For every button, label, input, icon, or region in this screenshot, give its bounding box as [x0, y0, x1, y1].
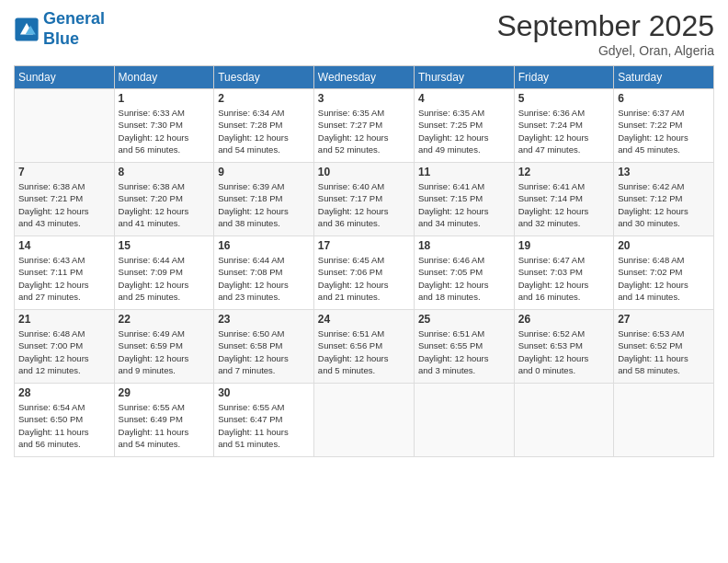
- calendar-table: SundayMondayTuesdayWednesdayThursdayFrid…: [14, 65, 714, 457]
- day-info: Sunrise: 6:33 AM Sunset: 7:30 PM Dayligh…: [119, 107, 210, 155]
- day-number: 9: [218, 166, 310, 178]
- logo-icon: [14, 17, 40, 42]
- calendar-cell: 3Sunrise: 6:35 AM Sunset: 7:27 PM Daylig…: [313, 89, 414, 163]
- calendar-cell: [414, 384, 514, 457]
- day-number: 29: [119, 386, 210, 399]
- day-number: 8: [119, 166, 210, 178]
- day-info: Sunrise: 6:51 AM Sunset: 6:56 PM Dayligh…: [318, 327, 410, 376]
- calendar-cell: [15, 89, 115, 163]
- day-number: 24: [318, 313, 410, 326]
- day-number: 1: [119, 92, 210, 105]
- day-number: 4: [418, 92, 510, 105]
- calendar-cell: [614, 384, 714, 457]
- calendar-cell: 21Sunrise: 6:48 AM Sunset: 7:00 PM Dayli…: [15, 310, 115, 384]
- page-header: General Blue September 2025 Gdyel, Oran,…: [14, 9, 714, 58]
- calendar-cell: 22Sunrise: 6:49 AM Sunset: 6:59 PM Dayli…: [114, 310, 214, 384]
- day-info: Sunrise: 6:34 AM Sunset: 7:28 PM Dayligh…: [218, 107, 310, 155]
- day-info: Sunrise: 6:39 AM Sunset: 7:18 PM Dayligh…: [218, 180, 310, 229]
- weekday-header: Sunday: [15, 66, 115, 89]
- calendar-cell: 13Sunrise: 6:42 AM Sunset: 7:12 PM Dayli…: [614, 163, 714, 236]
- day-info: Sunrise: 6:40 AM Sunset: 7:17 PM Dayligh…: [318, 180, 410, 229]
- day-number: 21: [18, 313, 110, 326]
- calendar-week-row: 14Sunrise: 6:43 AM Sunset: 7:11 PM Dayli…: [15, 236, 714, 310]
- calendar-week-row: 28Sunrise: 6:54 AM Sunset: 6:50 PM Dayli…: [15, 384, 714, 457]
- calendar-cell: 29Sunrise: 6:55 AM Sunset: 6:49 PM Dayli…: [114, 384, 214, 457]
- day-info: Sunrise: 6:48 AM Sunset: 7:00 PM Dayligh…: [18, 327, 110, 376]
- calendar-cell: [514, 384, 613, 457]
- calendar-cell: 6Sunrise: 6:37 AM Sunset: 7:22 PM Daylig…: [614, 89, 714, 163]
- day-number: 27: [618, 313, 710, 326]
- day-number: 28: [18, 386, 110, 399]
- day-info: Sunrise: 6:49 AM Sunset: 6:59 PM Dayligh…: [119, 327, 210, 376]
- day-number: 7: [18, 166, 110, 178]
- calendar-cell: 15Sunrise: 6:44 AM Sunset: 7:09 PM Dayli…: [114, 236, 214, 310]
- day-info: Sunrise: 6:47 AM Sunset: 7:03 PM Dayligh…: [518, 254, 609, 303]
- calendar-cell: 2Sunrise: 6:34 AM Sunset: 7:28 PM Daylig…: [214, 89, 314, 163]
- title-block: September 2025 Gdyel, Oran, Algeria: [496, 9, 714, 58]
- calendar-cell: 28Sunrise: 6:54 AM Sunset: 6:50 PM Dayli…: [15, 384, 115, 457]
- weekday-header: Thursday: [414, 66, 514, 89]
- day-number: 17: [318, 239, 410, 252]
- weekday-header: Tuesday: [214, 66, 314, 89]
- weekday-header: Saturday: [614, 66, 714, 89]
- calendar-cell: 24Sunrise: 6:51 AM Sunset: 6:56 PM Dayli…: [313, 310, 414, 384]
- day-info: Sunrise: 6:52 AM Sunset: 6:53 PM Dayligh…: [518, 327, 609, 376]
- day-number: 30: [218, 386, 310, 399]
- day-info: Sunrise: 6:42 AM Sunset: 7:12 PM Dayligh…: [618, 180, 710, 229]
- calendar-week-row: 1Sunrise: 6:33 AM Sunset: 7:30 PM Daylig…: [15, 89, 714, 163]
- day-number: 10: [318, 166, 410, 178]
- calendar-week-row: 7Sunrise: 6:38 AM Sunset: 7:21 PM Daylig…: [15, 163, 714, 236]
- logo-general: General: [43, 9, 105, 28]
- location-text: Gdyel, Oran, Algeria: [496, 43, 714, 58]
- calendar-cell: 10Sunrise: 6:40 AM Sunset: 7:17 PM Dayli…: [313, 163, 414, 236]
- calendar-cell: 11Sunrise: 6:41 AM Sunset: 7:15 PM Dayli…: [414, 163, 514, 236]
- header-row: SundayMondayTuesdayWednesdayThursdayFrid…: [15, 66, 714, 89]
- calendar-cell: 14Sunrise: 6:43 AM Sunset: 7:11 PM Dayli…: [15, 236, 115, 310]
- calendar-week-row: 21Sunrise: 6:48 AM Sunset: 7:00 PM Dayli…: [15, 310, 714, 384]
- day-number: 26: [518, 313, 609, 326]
- day-number: 13: [618, 166, 710, 178]
- weekday-header: Friday: [514, 66, 613, 89]
- weekday-header: Monday: [114, 66, 214, 89]
- calendar-cell: [313, 384, 414, 457]
- day-number: 18: [418, 239, 510, 252]
- calendar-cell: 7Sunrise: 6:38 AM Sunset: 7:21 PM Daylig…: [15, 163, 115, 236]
- weekday-header: Wednesday: [313, 66, 414, 89]
- day-number: 16: [218, 239, 310, 252]
- calendar-cell: 4Sunrise: 6:35 AM Sunset: 7:25 PM Daylig…: [414, 89, 514, 163]
- calendar-cell: 20Sunrise: 6:48 AM Sunset: 7:02 PM Dayli…: [614, 236, 714, 310]
- day-info: Sunrise: 6:51 AM Sunset: 6:55 PM Dayligh…: [418, 327, 510, 376]
- calendar-cell: 25Sunrise: 6:51 AM Sunset: 6:55 PM Dayli…: [414, 310, 514, 384]
- calendar-cell: 1Sunrise: 6:33 AM Sunset: 7:30 PM Daylig…: [114, 89, 214, 163]
- day-info: Sunrise: 6:44 AM Sunset: 7:08 PM Dayligh…: [218, 254, 310, 303]
- day-info: Sunrise: 6:41 AM Sunset: 7:14 PM Dayligh…: [518, 180, 609, 229]
- logo-blue: Blue: [43, 29, 79, 48]
- calendar-cell: 30Sunrise: 6:55 AM Sunset: 6:47 PM Dayli…: [214, 384, 314, 457]
- day-number: 11: [418, 166, 510, 178]
- day-info: Sunrise: 6:48 AM Sunset: 7:02 PM Dayligh…: [618, 254, 710, 303]
- day-number: 12: [518, 166, 609, 178]
- day-number: 23: [218, 313, 310, 326]
- calendar-cell: 18Sunrise: 6:46 AM Sunset: 7:05 PM Dayli…: [414, 236, 514, 310]
- day-number: 19: [518, 239, 609, 252]
- day-number: 20: [618, 239, 710, 252]
- day-info: Sunrise: 6:38 AM Sunset: 7:21 PM Dayligh…: [18, 180, 110, 229]
- calendar-cell: 12Sunrise: 6:41 AM Sunset: 7:14 PM Dayli…: [514, 163, 613, 236]
- calendar-cell: 17Sunrise: 6:45 AM Sunset: 7:06 PM Dayli…: [313, 236, 414, 310]
- calendar-cell: 19Sunrise: 6:47 AM Sunset: 7:03 PM Dayli…: [514, 236, 613, 310]
- day-number: 5: [518, 92, 609, 105]
- day-info: Sunrise: 6:43 AM Sunset: 7:11 PM Dayligh…: [18, 254, 110, 303]
- day-info: Sunrise: 6:38 AM Sunset: 7:20 PM Dayligh…: [119, 180, 210, 229]
- day-info: Sunrise: 6:45 AM Sunset: 7:06 PM Dayligh…: [318, 254, 410, 303]
- day-info: Sunrise: 6:54 AM Sunset: 6:50 PM Dayligh…: [18, 401, 110, 450]
- day-info: Sunrise: 6:35 AM Sunset: 7:25 PM Dayligh…: [418, 107, 510, 155]
- day-info: Sunrise: 6:36 AM Sunset: 7:24 PM Dayligh…: [518, 107, 609, 155]
- logo-text: General Blue: [43, 9, 105, 49]
- day-info: Sunrise: 6:55 AM Sunset: 6:47 PM Dayligh…: [218, 401, 310, 450]
- calendar-cell: 5Sunrise: 6:36 AM Sunset: 7:24 PM Daylig…: [514, 89, 613, 163]
- day-info: Sunrise: 6:55 AM Sunset: 6:49 PM Dayligh…: [119, 401, 210, 450]
- day-number: 22: [119, 313, 210, 326]
- day-info: Sunrise: 6:44 AM Sunset: 7:09 PM Dayligh…: [119, 254, 210, 303]
- day-info: Sunrise: 6:50 AM Sunset: 6:58 PM Dayligh…: [218, 327, 310, 376]
- day-info: Sunrise: 6:35 AM Sunset: 7:27 PM Dayligh…: [318, 107, 410, 155]
